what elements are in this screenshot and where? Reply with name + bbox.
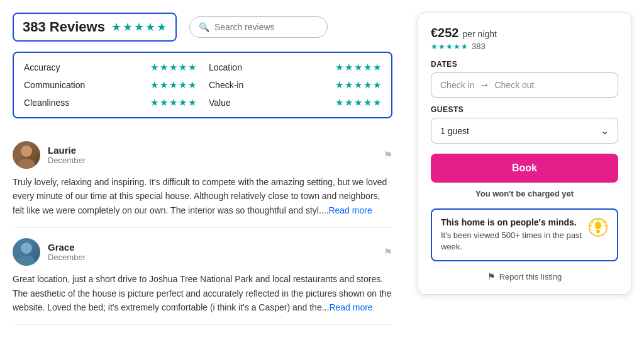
dates-label: Dates [431, 60, 618, 69]
check-in-placeholder[interactable]: Check in [440, 80, 474, 90]
review-text-laurie: Truly lovely, relaxing and inspiring. It… [13, 175, 392, 217]
guests-label: Guests [431, 105, 618, 114]
trending-title: This home is on people's minds. [441, 217, 582, 227]
price-amount: €252 [431, 26, 459, 40]
booking-column: €252 per night ★ ★ ★ ★ ★ 383 Dates Check… [418, 13, 631, 351]
rating-checkin-stars: ★★★★★ [335, 79, 381, 91]
book-button[interactable]: Book [431, 154, 618, 183]
star-5: ★ [157, 20, 167, 34]
guests-value: 1 guest [440, 126, 469, 136]
report-flag-icon: ⚑ [487, 271, 496, 282]
review-text-grace: Great location, just a short drive to Jo… [13, 272, 392, 314]
svg-point-5 [595, 222, 601, 229]
arrow-icon: → [479, 79, 489, 91]
reviewer-header-grace: Grace December ⚑ [13, 238, 392, 266]
report-label[interactable]: Report this listing [499, 272, 562, 282]
check-out-placeholder[interactable]: Check out [494, 80, 534, 90]
reviewer-name-grace: Grace [48, 242, 86, 253]
chevron-down-icon: ⌄ [601, 125, 609, 137]
read-more-grace[interactable]: Read more [329, 302, 372, 312]
rating-communication-stars: ★★★★★ [150, 79, 196, 91]
star-2: ★ [123, 20, 133, 34]
rating-accuracy-stars: ★★★★★ [150, 62, 196, 73]
reviewer-info-laurie: Laurie December [48, 145, 86, 165]
svg-point-1 [18, 159, 35, 169]
trending-desc: It's been viewed 500+ times in the past … [441, 230, 582, 253]
trending-text: This home is on people's minds. It's bee… [441, 217, 582, 253]
rating-accuracy: Accuracy ★★★★★ [24, 62, 196, 73]
rating-value: Value ★★★★★ [209, 97, 381, 108]
booking-stars: ★ ★ ★ ★ ★ [431, 42, 468, 51]
rating-checkin: Check-in ★★★★★ [209, 79, 381, 91]
rating-value-stars: ★★★★★ [335, 97, 381, 108]
rating-cleanliness-label: Cleanliness [24, 98, 69, 108]
svg-rect-6 [596, 230, 600, 232]
price-row: €252 per night [431, 26, 618, 40]
dates-section: Dates Check in → Check out [431, 60, 618, 98]
trending-box: This home is on people's minds. It's bee… [431, 208, 618, 261]
reviews-title-box: 383 Reviews ★ ★ ★ ★ ★ [13, 13, 177, 42]
reviewer-date-laurie: December [48, 156, 86, 165]
reviewer-info-grace: Grace December [48, 242, 86, 262]
dates-box[interactable]: Check in → Check out [431, 72, 618, 98]
svg-point-3 [18, 256, 35, 266]
rating-count: 383 [472, 42, 486, 51]
reviewer-date-grace: December [48, 253, 86, 262]
flag-icon-laurie[interactable]: ⚑ [384, 149, 392, 161]
search-box[interactable]: 🔍 [189, 16, 328, 38]
guests-section: Guests 1 guest ⌄ [431, 105, 618, 144]
reviews-header: 383 Reviews ★ ★ ★ ★ ★ 🔍 [13, 13, 392, 42]
svg-rect-7 [597, 232, 599, 233]
report-row[interactable]: ⚑ Report this listing [431, 271, 618, 282]
rating-checkin-label: Check-in [209, 80, 243, 90]
rating-communication: Communication ★★★★★ [24, 79, 196, 91]
rating-cleanliness-stars: ★★★★★ [150, 97, 196, 108]
review-laurie: Laurie December ⚑ Truly lovely, relaxing… [13, 131, 392, 228]
rating-accuracy-label: Accuracy [24, 62, 60, 72]
price-per-night: per night [463, 29, 497, 39]
avatar-grace [13, 238, 40, 266]
search-icon: 🔍 [199, 22, 209, 32]
ratings-grid-box: Accuracy ★★★★★ Location ★★★★★ Communicat… [13, 52, 392, 118]
rating-communication-label: Communication [24, 80, 85, 90]
reviews-stars: ★ ★ ★ ★ ★ [111, 20, 167, 34]
star-1: ★ [111, 20, 121, 34]
reviewer-name-laurie: Laurie [48, 145, 86, 156]
read-more-laurie[interactable]: Read more [328, 205, 372, 215]
search-input[interactable] [214, 22, 318, 32]
avatar-laurie [13, 141, 40, 169]
rating-location-label: Location [209, 62, 242, 72]
star-4: ★ [145, 20, 155, 34]
rating-location-stars: ★★★★★ [335, 62, 381, 73]
stars-rating-row: ★ ★ ★ ★ ★ 383 [431, 42, 618, 51]
ratings-grid: Accuracy ★★★★★ Location ★★★★★ Communicat… [24, 62, 381, 108]
rating-location: Location ★★★★★ [209, 62, 381, 73]
reviews-column: 383 Reviews ★ ★ ★ ★ ★ 🔍 Accuracy [13, 13, 392, 351]
svg-point-2 [21, 242, 32, 254]
review-grace: Grace December ⚑ Great location, just a … [13, 228, 392, 325]
bulb-icon [588, 217, 608, 241]
svg-point-0 [21, 145, 32, 157]
reviewer-header-laurie: Laurie December ⚑ [13, 141, 392, 169]
star-3: ★ [134, 20, 144, 34]
rating-value-label: Value [209, 98, 231, 108]
rating-cleanliness: Cleanliness ★★★★★ [24, 97, 196, 108]
no-charge-text: You won't be charged yet [431, 189, 618, 198]
svg-line-9 [592, 222, 593, 223]
flag-icon-grace[interactable]: ⚑ [384, 246, 392, 258]
guests-select[interactable]: 1 guest ⌄ [431, 118, 618, 144]
booking-card: €252 per night ★ ★ ★ ★ ★ 383 Dates Check… [418, 13, 631, 295]
svg-line-10 [604, 222, 605, 223]
reviews-title: 383 Reviews [23, 19, 105, 35]
